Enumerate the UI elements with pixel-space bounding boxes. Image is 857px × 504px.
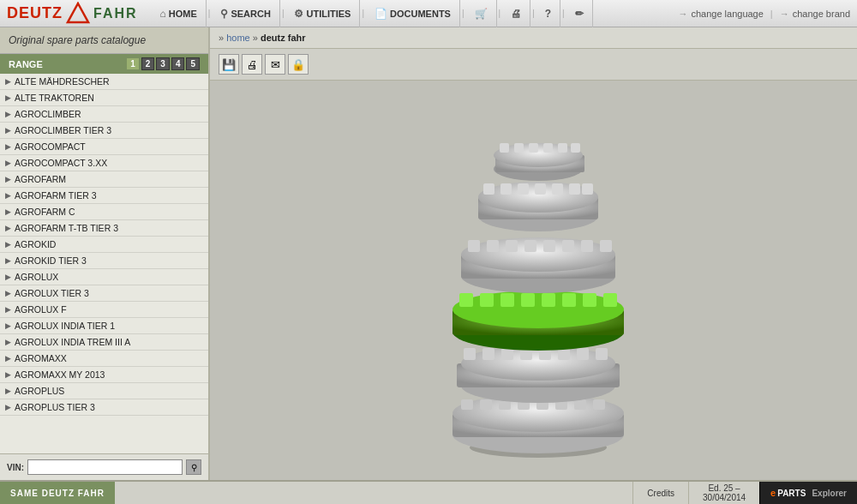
change-language-link[interactable]: change language <box>691 9 763 19</box>
sidebar-item[interactable]: ▶ALTE TRAKTOREN <box>0 90 208 106</box>
nav-home[interactable]: ⌂ HOME <box>152 0 207 27</box>
svg-rect-17 <box>482 348 494 360</box>
svg-rect-28 <box>480 293 494 307</box>
sidebar-item[interactable]: ▶AGROPLUS TIER 3 <box>0 399 208 416</box>
sidebar-item[interactable]: ▶AGROPLUS <box>0 383 208 399</box>
svg-rect-39 <box>487 240 499 252</box>
print-button[interactable]: 🖨 <box>242 54 262 75</box>
nav-edit[interactable]: ✏ <box>566 0 593 27</box>
svg-rect-59 <box>500 143 509 153</box>
sidebar-title: Original spare parts catalogue <box>0 27 208 54</box>
toolbar: 💾 🖨 ✉ 🔒 <box>210 49 857 81</box>
range-label: RANGE <box>9 59 43 69</box>
sidebar-item[interactable]: ▶AGROCLIMBER <box>0 106 208 123</box>
range-page-4[interactable]: 4 <box>171 57 185 70</box>
vin-search-icon: ⚲ <box>191 463 197 472</box>
range-page-1[interactable]: 1 <box>126 57 140 70</box>
svg-rect-30 <box>521 293 535 307</box>
sidebar-arrow-icon: ▶ <box>5 403 11 411</box>
sidebar-arrow-icon: ▶ <box>5 93 11 102</box>
svg-rect-64 <box>571 143 580 153</box>
sidebar-item[interactable]: ▶AGROCOMPACT <box>0 139 208 155</box>
sidebar-arrow-icon: ▶ <box>5 387 11 395</box>
nav-area: ⌂ HOME | ⚲ SEARCH | ⚙ UTILITIES | 📄 DOCU… <box>152 0 679 27</box>
arrow-right-icon: → <box>678 9 687 19</box>
vin-label: VIN: <box>7 463 24 472</box>
svg-rect-54 <box>569 183 580 195</box>
svg-rect-12 <box>593 399 605 410</box>
header: DEUTZ FAHR ⌂ HOME | ⚲ SEARCH | ⚙ UTILITI… <box>0 0 857 27</box>
nav-documents[interactable]: 📄 DOCUMENTS <box>366 0 460 27</box>
range-header: RANGE 1 2 3 4 5 <box>0 54 208 74</box>
sidebar-item[interactable]: ▶AGROFARM T-TB TIER 3 <box>0 220 208 237</box>
sidebar-item[interactable]: ▶AGROMAXX <box>0 351 208 367</box>
sidebar-item[interactable]: ▶AGROLUX INDIA TREM III A <box>0 334 208 351</box>
sidebar-item[interactable]: ▶AGROLUX <box>0 269 208 285</box>
svg-rect-52 <box>535 183 546 195</box>
svg-rect-27 <box>459 293 473 307</box>
svg-rect-41 <box>524 240 536 252</box>
sidebar-item[interactable]: ▶AGROFARM <box>0 171 208 188</box>
svg-rect-6 <box>480 399 492 410</box>
sidebar-item[interactable]: ▶AGROKID TIER 3 <box>0 253 208 269</box>
edit-icon: ✏ <box>575 8 584 20</box>
sidebar-list: ▶ALTE MÄHDRESCHER▶ALTE TRAKTOREN▶AGROCLI… <box>0 74 208 453</box>
sidebar-arrow-icon: ▶ <box>5 240 11 249</box>
logo-triangle-icon <box>66 2 90 26</box>
svg-rect-63 <box>558 143 567 153</box>
save-button[interactable]: 💾 <box>219 54 239 75</box>
sidebar-item[interactable]: ▶AGROKID <box>0 237 208 253</box>
svg-rect-42 <box>543 240 555 252</box>
nav-utilities[interactable]: ⚙ UTILITIES <box>285 0 360 27</box>
sidebar-item[interactable]: ▶AGROLUX TIER 3 <box>0 285 208 302</box>
range-page-3[interactable]: 3 <box>156 57 170 70</box>
svg-rect-43 <box>562 240 574 252</box>
sidebar-arrow-icon: ▶ <box>5 142 11 151</box>
svg-rect-55 <box>582 183 593 195</box>
vin-input[interactable] <box>27 459 183 475</box>
range-page-5[interactable]: 5 <box>186 57 200 70</box>
sidebar-item[interactable]: ▶AGROFARM C <box>0 204 208 220</box>
svg-rect-16 <box>464 348 476 360</box>
nav-home-label: HOME <box>169 9 197 19</box>
nav-help[interactable]: ? <box>536 0 560 27</box>
nav-print[interactable]: 🖨 <box>502 0 530 27</box>
svg-rect-5 <box>461 399 473 410</box>
sidebar-item[interactable]: ▶AGROCOMPACT 3.XX <box>0 155 208 171</box>
lock-button[interactable]: 🔒 <box>288 54 309 75</box>
svg-rect-45 <box>600 240 612 252</box>
edition-date: 30/04/2014 <box>703 493 746 502</box>
email-icon: ✉ <box>271 58 280 71</box>
header-right: → change language | → change brand <box>678 9 850 19</box>
svg-rect-34 <box>603 293 617 307</box>
email-button[interactable]: ✉ <box>265 54 285 75</box>
main-area: Original spare parts catalogue RANGE 1 2… <box>0 27 857 480</box>
image-area <box>210 81 857 480</box>
svg-rect-62 <box>543 143 553 153</box>
nav-cart[interactable]: 🛒 <box>466 0 497 27</box>
sidebar-arrow-icon: ▶ <box>5 207 11 216</box>
sidebar-item[interactable]: ▶AGROFARM TIER 3 <box>0 188 208 204</box>
nav-documents-label: DOCUMENTS <box>390 9 451 19</box>
range-page-2[interactable]: 2 <box>141 57 155 70</box>
content-area: » home » deutz fahr 💾 🖨 ✉ 🔒 <box>210 27 857 480</box>
sidebar-arrow-icon: ▶ <box>5 159 11 167</box>
svg-rect-23 <box>596 348 608 360</box>
sidebar-item[interactable]: ▶AGROCLIMBER TIER 3 <box>0 123 208 139</box>
breadcrumb-home[interactable]: home <box>226 33 250 43</box>
sidebar-arrow-icon: ▶ <box>5 354 11 363</box>
nav-search[interactable]: ⚲ SEARCH <box>212 0 279 27</box>
sidebar-arrow-icon: ▶ <box>5 126 11 135</box>
sidebar-arrow-icon: ▶ <box>5 256 11 265</box>
svg-rect-51 <box>518 183 529 195</box>
logo-deutz: DEUTZ <box>7 4 63 22</box>
vin-search-button[interactable]: ⚲ <box>186 459 201 475</box>
svg-rect-49 <box>483 183 494 195</box>
documents-icon: 📄 <box>375 8 387 20</box>
sidebar-item[interactable]: ▶AGROMAXX MY 2013 <box>0 367 208 383</box>
change-brand-link[interactable]: change brand <box>793 9 850 19</box>
svg-rect-33 <box>583 293 596 307</box>
sidebar-item[interactable]: ▶AGROLUX F <box>0 302 208 318</box>
sidebar-item[interactable]: ▶AGROLUX INDIA TIER 1 <box>0 318 208 334</box>
sidebar-item[interactable]: ▶ALTE MÄHDRESCHER <box>0 74 208 90</box>
